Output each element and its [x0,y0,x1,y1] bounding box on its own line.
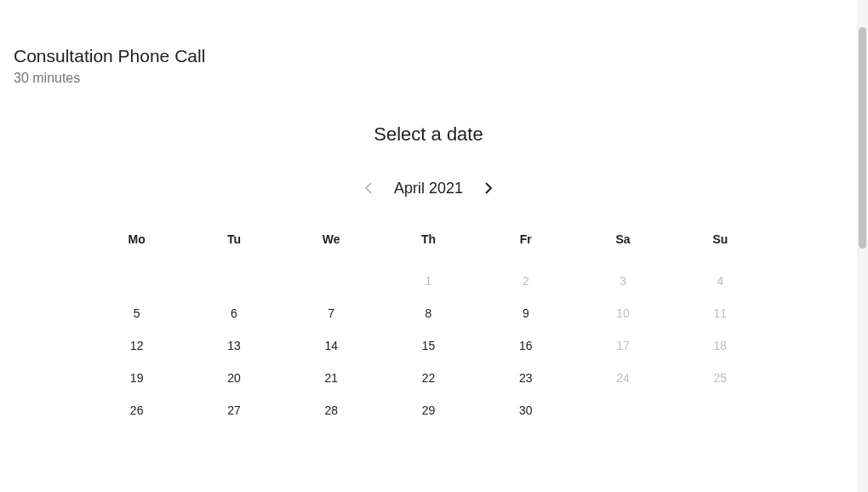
day-empty [283,265,380,297]
day-cell[interactable]: 26 [89,394,186,426]
calendar: MoTuWeThFrSaSu 1234567891011121314151617… [89,226,769,426]
day-cell: 17 [574,329,671,362]
day-empty [574,394,671,426]
day-cell[interactable]: 13 [186,329,283,362]
day-cell: 10 [574,297,671,329]
day-cell[interactable]: 23 [477,362,574,394]
day-cell[interactable]: 29 [380,394,477,426]
select-date-heading: Select a date [0,123,857,146]
day-cell: 24 [574,362,671,394]
weekday-header: Mo [89,226,186,253]
chevron-right-icon [484,181,493,195]
day-cell: 4 [671,265,768,297]
day-cell[interactable]: 7 [283,297,380,329]
day-empty [89,265,186,297]
day-cell[interactable]: 30 [477,394,574,426]
prev-month-button [358,178,379,198]
day-cell[interactable]: 9 [477,297,574,329]
scrollbar-thumb[interactable] [859,27,866,249]
current-month-label: April 2021 [394,180,463,197]
appointment-header: Consultation Phone Call 30 minutes [0,0,857,86]
day-cell[interactable]: 8 [380,297,477,329]
chevron-left-icon [364,181,373,195]
weekday-header: Fr [477,226,574,253]
day-cell[interactable]: 15 [380,329,477,362]
day-cell[interactable]: 6 [186,297,283,329]
day-cell[interactable]: 19 [89,362,186,394]
day-cell[interactable]: 27 [186,394,283,426]
day-cell: 2 [477,265,574,297]
day-cell[interactable]: 21 [283,362,380,394]
day-cell[interactable]: 16 [477,329,574,362]
appointment-duration: 30 minutes [14,71,857,86]
day-cell[interactable]: 28 [283,394,380,426]
day-cell: 3 [574,265,671,297]
day-cell[interactable]: 12 [89,329,186,362]
day-cell: 11 [671,297,768,329]
day-cell[interactable]: 14 [283,329,380,362]
weekday-header: Tu [186,226,283,253]
weekday-header: Th [380,226,477,253]
month-navigation: April 2021 [0,178,857,198]
day-cell: 18 [671,329,768,362]
day-cell: 25 [671,362,768,394]
next-month-button[interactable] [478,178,499,198]
weekday-header: Sa [574,226,671,253]
day-cell: 1 [380,265,477,297]
day-cell[interactable]: 20 [186,362,283,394]
day-cell[interactable]: 5 [89,297,186,329]
days-grid: 1234567891011121314151617181920212223242… [89,265,769,426]
weekday-row: MoTuWeThFrSaSu [89,226,769,253]
weekday-header: Su [671,226,768,253]
appointment-title: Consultation Phone Call [14,44,857,67]
day-empty [186,265,283,297]
scrollbar-track[interactable] [857,0,868,492]
day-empty [671,394,768,426]
day-cell[interactable]: 22 [380,362,477,394]
weekday-header: We [283,226,380,253]
